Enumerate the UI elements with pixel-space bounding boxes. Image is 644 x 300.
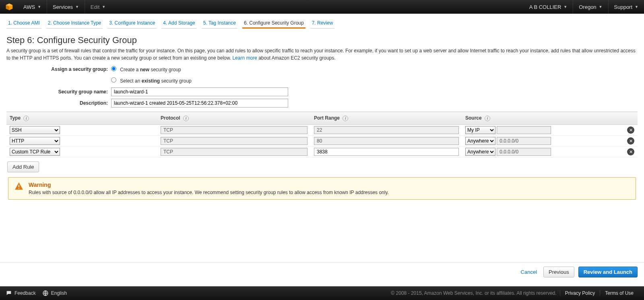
rule-source-select[interactable]: Anywhere bbox=[465, 137, 495, 145]
table-head-type: Type i bbox=[6, 112, 157, 125]
warning-text: Rules with source of 0.0.0.0/0 allow all… bbox=[29, 190, 389, 195]
radio-create-new-input[interactable] bbox=[111, 66, 116, 71]
nav-aws-home-label: AWS bbox=[23, 4, 35, 10]
table-row: HTTPAnywhere ✕ bbox=[6, 136, 638, 147]
step-tab-7[interactable]: 7. Review bbox=[310, 18, 335, 29]
footer-language-label: English bbox=[51, 290, 67, 296]
remove-rule-button[interactable]: ✕ bbox=[627, 126, 634, 134]
rule-port-input bbox=[314, 126, 459, 134]
table-head-protocol: Protocol i bbox=[157, 112, 311, 125]
nav-support[interactable]: Support ▼ bbox=[609, 0, 644, 14]
svg-rect-4 bbox=[19, 188, 19, 189]
warning-panel: Warning Rules with source of 0.0.0.0/0 a… bbox=[8, 177, 636, 200]
rule-port-input bbox=[314, 137, 459, 145]
step-tab-5[interactable]: 5. Tag Instance bbox=[202, 18, 237, 29]
radio-create-new-pre: Create a bbox=[120, 67, 140, 72]
footer-language[interactable]: English bbox=[42, 290, 67, 296]
aws-logo-icon[interactable] bbox=[5, 2, 14, 11]
radio-select-existing[interactable]: Select an existing security group bbox=[111, 77, 192, 84]
footer-terms[interactable]: Terms of Use bbox=[600, 290, 638, 296]
rule-protocol-input bbox=[161, 126, 308, 134]
step-tab-3[interactable]: 3. Configure Instance bbox=[107, 18, 157, 29]
rule-cidr-input bbox=[497, 126, 551, 134]
footer-feedback-label: Feedback bbox=[14, 290, 36, 296]
sg-name-input[interactable] bbox=[111, 87, 288, 96]
chat-icon bbox=[6, 290, 12, 296]
step-tab-4[interactable]: 4. Add Storage bbox=[161, 18, 196, 29]
rule-cidr-input bbox=[497, 137, 551, 145]
wizard-steps: 1. Choose AMI 2. Choose Instance Type 3.… bbox=[0, 14, 644, 29]
radio-select-existing-input[interactable] bbox=[111, 77, 116, 83]
wizard-actions: Cancel Previous Review and Launch bbox=[0, 262, 644, 281]
sg-desc-input[interactable] bbox=[111, 99, 288, 108]
table-head-source: Source i bbox=[462, 112, 624, 125]
step-tab-1[interactable]: 1. Choose AMI bbox=[6, 18, 41, 29]
nav-support-label: Support bbox=[614, 4, 633, 10]
caret-down-icon: ▼ bbox=[599, 5, 603, 9]
previous-button[interactable]: Previous bbox=[543, 267, 574, 277]
radio-existing-post: security group bbox=[160, 78, 192, 84]
footer-privacy[interactable]: Privacy Policy bbox=[560, 290, 600, 296]
nav-aws-home[interactable]: AWS ▼ bbox=[18, 0, 47, 14]
nav-edit-label: Edit bbox=[91, 4, 99, 10]
rule-source-select[interactable]: Anywhere bbox=[465, 148, 495, 156]
add-rule-button[interactable]: Add Rule bbox=[7, 161, 39, 172]
sg-assign-form: Assign a security group: Create a new se… bbox=[6, 64, 638, 108]
nav-services[interactable]: Services ▼ bbox=[47, 0, 85, 14]
learn-more-link[interactable]: Learn more bbox=[232, 55, 257, 61]
rule-type-select[interactable]: HTTP bbox=[10, 137, 60, 145]
page-description-text-2: about Amazon EC2 security groups. bbox=[258, 55, 335, 61]
rule-source-select[interactable]: My IP bbox=[465, 126, 495, 134]
rule-type-select[interactable]: SSH bbox=[10, 126, 60, 134]
rule-protocol-input bbox=[161, 137, 308, 145]
rule-protocol-input bbox=[161, 148, 308, 156]
rule-cidr-input bbox=[497, 148, 551, 156]
info-icon[interactable]: i bbox=[23, 116, 29, 121]
rule-port-input[interactable] bbox=[314, 148, 459, 156]
caret-down-icon: ▼ bbox=[635, 5, 638, 9]
warning-title: Warning bbox=[29, 182, 389, 188]
info-icon[interactable]: i bbox=[183, 116, 189, 121]
nav-edit[interactable]: Edit ▼ bbox=[85, 0, 111, 14]
nav-account[interactable]: A B COLLIER ▼ bbox=[524, 0, 573, 14]
remove-rule-button[interactable]: ✕ bbox=[627, 137, 634, 145]
global-nav: AWS ▼ Services ▼ Edit ▼ A B COLLIER ▼ Or… bbox=[0, 0, 644, 14]
assign-label: Assign a security group: bbox=[6, 66, 111, 72]
footer-feedback[interactable]: Feedback bbox=[6, 290, 36, 296]
global-footer: Feedback English © 2008 - 2015, Amazon W… bbox=[0, 286, 644, 300]
table-row: Custom TCP RuleAnywhere ✕ bbox=[6, 147, 638, 157]
cancel-button[interactable]: Cancel bbox=[518, 269, 539, 275]
nav-region[interactable]: Oregon ▼ bbox=[573, 0, 608, 14]
radio-existing-bold: existing bbox=[142, 78, 160, 84]
remove-rule-button[interactable]: ✕ bbox=[627, 148, 634, 155]
nav-region-label: Oregon bbox=[579, 4, 596, 10]
table-head-port: Port Range i bbox=[311, 112, 462, 125]
info-icon[interactable]: i bbox=[485, 116, 490, 121]
step-tab-6[interactable]: 6. Configure Security Group bbox=[242, 18, 305, 29]
global-nav-left: AWS ▼ Services ▼ Edit ▼ bbox=[0, 0, 111, 14]
radio-existing-pre: Select an bbox=[120, 78, 141, 84]
page-description: A security group is a set of firewall ru… bbox=[6, 47, 638, 62]
rule-type-select[interactable]: Custom TCP Rule bbox=[10, 148, 60, 156]
caret-down-icon: ▼ bbox=[37, 5, 41, 9]
warning-icon bbox=[14, 182, 24, 195]
table-row: SSHMy IP ✕ bbox=[6, 125, 638, 136]
page-title: Step 6: Configure Security Group bbox=[6, 35, 638, 46]
step-tab-2[interactable]: 2. Choose Instance Type bbox=[46, 18, 103, 29]
review-and-launch-button[interactable]: Review and Launch bbox=[578, 267, 638, 277]
global-nav-right: A B COLLIER ▼ Oregon ▼ Support ▼ bbox=[524, 0, 644, 14]
globe-icon bbox=[42, 290, 49, 296]
sg-desc-label: Description: bbox=[6, 100, 111, 106]
nav-account-label: A B COLLIER bbox=[529, 4, 561, 10]
caret-down-icon: ▼ bbox=[75, 5, 79, 9]
svg-rect-3 bbox=[19, 185, 19, 187]
info-icon[interactable]: i bbox=[343, 116, 348, 121]
nav-services-label: Services bbox=[53, 4, 73, 10]
radio-create-new[interactable]: Create a new security group bbox=[111, 66, 181, 72]
footer-copyright: © 2008 - 2015, Amazon Web Services, Inc.… bbox=[391, 290, 559, 296]
caret-down-icon: ▼ bbox=[564, 5, 567, 9]
sg-name-label: Security group name: bbox=[6, 89, 111, 95]
radio-create-new-bold: new bbox=[140, 67, 149, 72]
radio-create-new-post: security group bbox=[149, 67, 181, 72]
security-rules-table: Type i Protocol i Port Range i Source i … bbox=[6, 112, 638, 157]
